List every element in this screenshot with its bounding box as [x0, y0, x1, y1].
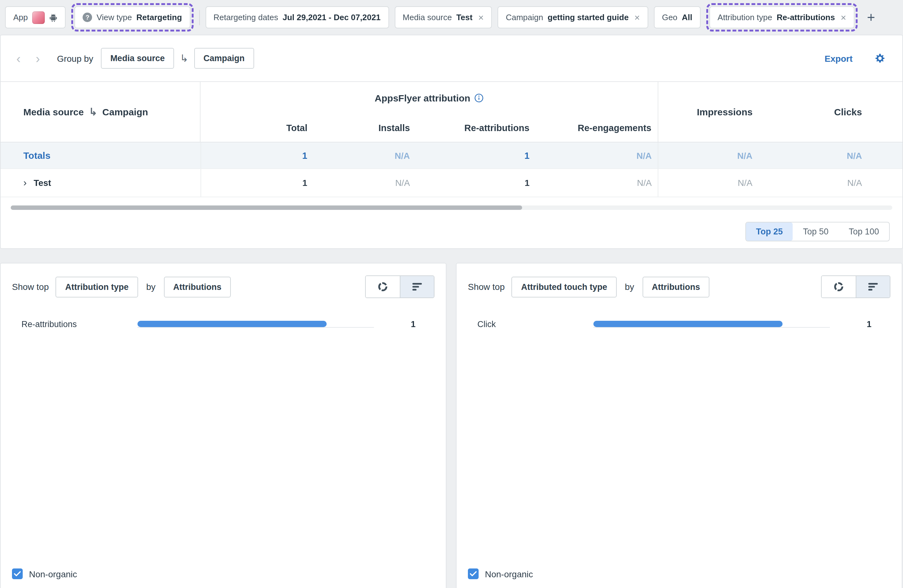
view-type-chip[interactable]: ? View type Retargeting [74, 6, 190, 28]
campaign-chip[interactable]: Campaign getting started guide × [497, 6, 648, 28]
totals-impressions: N/A [658, 143, 780, 168]
show-top-label: Show top [12, 282, 49, 292]
metric-dropdown[interactable]: Attributions [164, 276, 231, 297]
group-by-primary-button[interactable]: Media source [101, 48, 175, 69]
retargeting-dates-chip[interactable]: Retargeting dates Jul 29,2021 - Dec 07,2… [205, 6, 389, 28]
chart-type-toggle [365, 275, 434, 298]
dimension-dropdown[interactable]: Attributed touch type [512, 276, 617, 297]
bar-chart-icon[interactable] [856, 276, 890, 298]
attribution-type-panel: Show top Attribution type by Attribution… [0, 263, 447, 588]
attribution-type-chip[interactable]: Attribution type Re-attributions × [710, 6, 854, 28]
row-total: 1 [200, 169, 313, 197]
first-col-secondary: Campaign [102, 107, 148, 117]
attributed-touch-type-panel: Show top Attributed touch type by Attrib… [456, 263, 902, 588]
view-type-highlight: ? View type Retargeting [71, 3, 193, 31]
app-chip-label: App [13, 13, 28, 22]
nested-arrow-icon: ↳ [180, 52, 188, 64]
geo-value: All [682, 13, 692, 22]
filter-divider [199, 10, 200, 25]
close-icon[interactable]: × [634, 13, 640, 22]
attribution-type-value: Re-attributions [777, 13, 835, 22]
geo-chip[interactable]: Geo All [654, 6, 700, 28]
view-type-value: Retargeting [137, 13, 182, 22]
bar-value: 1 [830, 319, 872, 329]
info-icon[interactable] [474, 93, 484, 102]
column-header-reattributions[interactable]: Re-attributions [416, 113, 536, 142]
horizontal-scrollbar[interactable] [11, 205, 892, 210]
column-header-installs[interactable]: Installs [314, 113, 416, 142]
nested-arrow-icon: ↳ [89, 106, 98, 118]
chart-type-toggle [821, 275, 890, 298]
dimension-dropdown[interactable]: Attribution type [56, 276, 138, 297]
column-header-clicks[interactable]: Clicks [780, 82, 902, 142]
filter-bar: App ? View type Retargeting Retargeting … [0, 0, 903, 34]
bar-track [137, 320, 374, 328]
dates-value: Jul 29,2021 - Dec 07,2021 [283, 13, 381, 22]
top-100-button[interactable]: Top 100 [838, 223, 889, 241]
table-row[interactable]: › Test 1 N/A 1 N/A N/A N/A [1, 169, 902, 197]
add-filter-button[interactable]: + [863, 9, 879, 25]
show-top-label: Show top [468, 282, 505, 292]
report-card: ‹ › Group by Media source ↳ Campaign Exp… [0, 34, 903, 249]
group-header-title: AppsFlyer attribution [201, 82, 658, 113]
bar-fill [137, 320, 327, 327]
checkbox-label: Non-organic [29, 569, 77, 579]
chevron-left-icon[interactable]: ‹ [13, 52, 24, 64]
media-source-chip[interactable]: Media source Test × [395, 6, 492, 28]
pie-chart-icon[interactable] [366, 276, 400, 298]
panel-header: Show top Attributed touch type by Attrib… [468, 275, 890, 298]
row-reengagements: N/A [536, 169, 658, 197]
group-header-text: AppsFlyer attribution [374, 93, 470, 103]
totals-installs: N/A [314, 143, 417, 168]
row-clicks: N/A [780, 169, 902, 197]
metric-dropdown[interactable]: Attributions [642, 276, 710, 297]
panel-header: Show top Attribution type by Attribution… [12, 275, 434, 298]
dates-label: Retargeting dates [214, 13, 278, 22]
group-by-secondary-button[interactable]: Campaign [194, 48, 254, 69]
bar-category-label: Re-attributions [22, 319, 137, 329]
column-header-impressions[interactable]: Impressions [658, 82, 780, 142]
row-reattributions: 1 [416, 169, 536, 197]
totals-label: Totals [23, 150, 50, 161]
bar-chart-icon[interactable] [400, 276, 434, 298]
table-header: Media source ↳ Campaign AppsFlyer attrib… [1, 81, 902, 143]
close-icon[interactable]: × [478, 13, 484, 22]
app-icon [32, 11, 45, 24]
export-button[interactable]: Export [821, 53, 856, 64]
column-header-reengagements[interactable]: Re-engagements [536, 113, 658, 142]
by-label: by [146, 282, 156, 292]
totals-reattributions: 1 [416, 143, 536, 168]
pagination-wrap: Top 25 Top 50 Top 100 [13, 222, 890, 241]
geo-label: Geo [662, 13, 677, 22]
non-organic-filter[interactable]: Non-organic [468, 568, 533, 579]
non-organic-filter[interactable]: Non-organic [12, 568, 77, 579]
close-icon[interactable]: × [840, 13, 846, 22]
group-by-label: Group by [57, 53, 93, 63]
report-toolbar: ‹ › Group by Media source ↳ Campaign Exp… [1, 35, 902, 81]
scrollbar-thumb[interactable] [11, 205, 522, 210]
app-filter-chip[interactable]: App [5, 6, 66, 28]
checkbox-icon[interactable] [12, 568, 23, 579]
attribution-type-label: Attribution type [717, 13, 772, 22]
chart-panels: Show top Attribution type by Attribution… [0, 263, 903, 588]
pie-chart-icon[interactable] [822, 276, 856, 298]
by-label: by [625, 282, 634, 292]
totals-clicks: N/A [780, 143, 902, 168]
top-50-button[interactable]: Top 50 [793, 223, 838, 241]
first-col-primary: Media source [23, 107, 84, 117]
chevron-right-icon[interactable]: › [33, 52, 43, 64]
gear-icon[interactable] [870, 52, 890, 65]
top-n-selector: Top 25 Top 50 Top 100 [745, 222, 890, 241]
totals-reengagements: N/A [536, 143, 658, 168]
campaign-label: Campaign [506, 13, 543, 22]
first-column-header: Media source ↳ Campaign [1, 82, 200, 142]
expand-chevron-icon[interactable]: › [23, 178, 27, 188]
top-25-button[interactable]: Top 25 [746, 223, 793, 241]
bar-category-label: Click [477, 319, 593, 329]
bar-row: Click 1 [477, 320, 890, 328]
column-header-total[interactable]: Total [201, 113, 314, 142]
bar-track [593, 320, 830, 328]
bar-value: 1 [374, 319, 415, 329]
row-label: Test [34, 178, 51, 188]
checkbox-icon[interactable] [468, 568, 478, 579]
